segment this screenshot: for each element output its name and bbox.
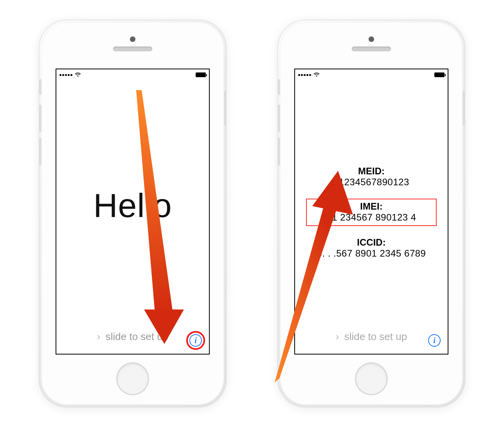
imei-label: IMEI: xyxy=(307,201,436,212)
iccid-label: ICCID: xyxy=(295,237,448,248)
home-button[interactable] xyxy=(355,362,388,395)
imei-value: 01 234567 890123 4 xyxy=(307,212,436,223)
earpiece-speaker xyxy=(352,47,391,51)
meid-block: MEID: 01234567890123 xyxy=(295,164,448,189)
imei-block: IMEI: 01 234567 890123 4 xyxy=(306,199,437,226)
mute-switch xyxy=(278,79,280,95)
screen-left: Hello › slide to set up i xyxy=(56,69,210,355)
chevron-right-icon: › xyxy=(336,331,339,343)
home-button[interactable] xyxy=(116,362,149,395)
slide-to-setup-label: slide to set up xyxy=(344,331,407,342)
status-bar xyxy=(56,69,209,80)
status-left xyxy=(59,72,81,77)
battery-icon xyxy=(434,72,445,77)
signal-strength-icon xyxy=(298,74,311,76)
signal-strength-icon xyxy=(59,74,72,76)
info-button[interactable]: i xyxy=(428,334,441,347)
iphone-device-left: Hello › slide to set up i xyxy=(39,20,227,407)
slide-to-setup-row[interactable]: › slide to set up xyxy=(295,331,448,343)
battery-icon xyxy=(196,72,206,77)
hello-greeting: Hello xyxy=(56,186,209,225)
power-button xyxy=(224,91,226,125)
volume-down-button xyxy=(278,138,280,165)
iccid-value: 0. . .567 8901 2345 6789 xyxy=(295,248,448,259)
slide-to-setup-row[interactable]: › slide to set up xyxy=(56,331,209,343)
volume-down-button xyxy=(39,138,41,165)
volume-up-button xyxy=(278,105,280,132)
front-camera xyxy=(369,36,374,42)
meid-value: 01234567890123 xyxy=(295,177,448,188)
phone-inner: Hello › slide to set up i xyxy=(41,22,224,405)
wifi-icon xyxy=(313,72,320,77)
iphone-device-right: MEID: 01234567890123 IMEI: 01 234567 890… xyxy=(277,20,465,407)
slide-to-setup-label: slide to set up xyxy=(106,331,168,342)
phone-inner: MEID: 01234567890123 IMEI: 01 234567 890… xyxy=(280,22,463,405)
device-info: MEID: 01234567890123 IMEI: 01 234567 890… xyxy=(295,155,448,270)
power-button xyxy=(463,91,465,125)
front-camera xyxy=(130,36,135,42)
volume-up-button xyxy=(39,105,41,132)
status-bar xyxy=(295,69,448,80)
meid-label: MEID: xyxy=(295,166,448,177)
mute-switch xyxy=(39,79,41,95)
earpiece-speaker xyxy=(113,47,152,51)
screen-right: MEID: 01234567890123 IMEI: 01 234567 890… xyxy=(294,69,448,355)
chevron-right-icon: › xyxy=(97,331,101,343)
status-left xyxy=(298,72,320,77)
wifi-icon xyxy=(75,72,81,77)
iccid-block: ICCID: 0. . .567 8901 2345 6789 xyxy=(295,235,448,261)
info-button[interactable]: i xyxy=(189,334,202,347)
